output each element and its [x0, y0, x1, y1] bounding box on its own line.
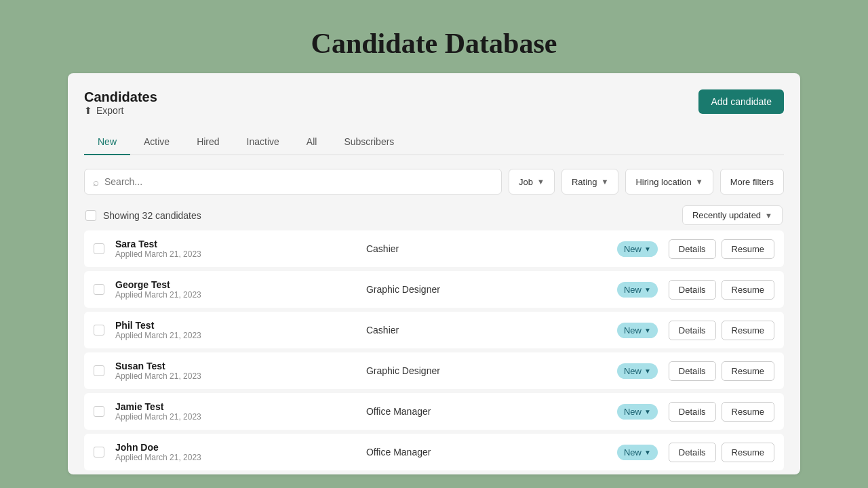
status-text-1: New: [624, 285, 642, 295]
more-filters-label: More filters: [730, 177, 774, 187]
status-chevron-icon-2: ▼: [644, 327, 651, 334]
details-button-3[interactable]: Details: [669, 361, 716, 381]
filters-row: ⌕ Job ▼ Rating ▼ Hiring location ▼ More …: [84, 169, 784, 195]
table-row: Susan Test Applied March 21, 2023 Graphi…: [84, 352, 784, 389]
search-box: ⌕: [84, 169, 502, 195]
candidate-job-2: Cashier: [366, 325, 606, 336]
rating-filter-button[interactable]: Rating ▼: [561, 169, 618, 195]
card-header: Candidates ⬆ Export Add candidate: [84, 89, 784, 127]
status-badge-3[interactable]: New ▼: [617, 363, 658, 379]
details-button-1[interactable]: Details: [669, 280, 716, 300]
status-chevron-icon-3: ▼: [644, 367, 651, 375]
status-chevron-icon-1: ▼: [644, 286, 651, 293]
hiring-location-filter-label: Hiring location: [635, 177, 691, 187]
candidate-info-2: Phil Test Applied March 21, 2023: [115, 320, 355, 340]
tab-active[interactable]: Active: [130, 129, 183, 155]
select-all-checkbox[interactable]: [85, 210, 96, 221]
candidate-date-3: Applied March 21, 2023: [115, 371, 355, 381]
resume-button-2[interactable]: Resume: [722, 321, 774, 340]
candidates-section-title: Candidates: [84, 89, 157, 105]
search-input[interactable]: [104, 176, 493, 187]
resume-button-0[interactable]: Resume: [722, 239, 774, 259]
page-title: Candidate Database: [311, 27, 557, 60]
candidate-info-0: Sara Test Applied March 21, 2023: [115, 239, 355, 259]
status-badge-0[interactable]: New ▼: [617, 241, 658, 257]
row-checkbox-1[interactable]: [94, 284, 104, 295]
action-buttons-5: Details Resume: [669, 443, 774, 462]
candidate-job-0: Cashier: [366, 243, 606, 254]
hiring-location-filter-button[interactable]: Hiring location ▼: [625, 169, 713, 195]
export-row[interactable]: ⬆ Export: [84, 105, 157, 116]
tab-all[interactable]: All: [293, 129, 331, 155]
candidate-job-4: Office Manager: [366, 406, 606, 417]
details-button-2[interactable]: Details: [669, 321, 716, 340]
table-row: Sara Test Applied March 21, 2023 Cashier…: [84, 230, 784, 267]
rating-filter-label: Rating: [572, 177, 597, 187]
hiring-location-chevron-icon: ▼: [696, 178, 703, 186]
status-chevron-icon-0: ▼: [644, 245, 651, 253]
table-row: George Test Applied March 21, 2023 Graph…: [84, 271, 784, 308]
candidate-name-5: John Doe: [115, 442, 355, 453]
status-text-4: New: [624, 407, 642, 417]
tab-hired[interactable]: Hired: [183, 129, 233, 155]
action-buttons-2: Details Resume: [669, 321, 774, 340]
candidate-name-4: Jamie Test: [115, 401, 355, 412]
action-buttons-4: Details Resume: [669, 402, 774, 422]
candidate-job-1: Graphic Designer: [366, 284, 606, 295]
add-candidate-button[interactable]: Add candidate: [698, 89, 784, 114]
candidate-job-5: Office Manager: [366, 447, 606, 458]
sort-label: Recently updated: [692, 210, 761, 220]
tabs-bar: New Active Hired Inactive All Subscriber…: [84, 129, 784, 155]
card-header-left: Candidates ⬆ Export: [84, 89, 157, 127]
candidates-list: Sara Test Applied March 21, 2023 Cashier…: [84, 230, 784, 470]
table-header-row: Showing 32 candidates Recently updated ▼: [84, 205, 784, 225]
row-checkbox-0[interactable]: [94, 243, 104, 254]
action-buttons-3: Details Resume: [669, 361, 774, 381]
table-row: Jamie Test Applied March 21, 2023 Office…: [84, 393, 784, 430]
status-badge-5[interactable]: New ▼: [617, 445, 658, 460]
showing-text-row: Showing 32 candidates: [85, 210, 201, 221]
tab-subscribers[interactable]: Subscribers: [330, 129, 408, 155]
search-icon: ⌕: [93, 176, 99, 188]
tab-inactive[interactable]: Inactive: [233, 129, 293, 155]
candidate-date-2: Applied March 21, 2023: [115, 331, 355, 340]
sort-chevron-icon: ▼: [765, 211, 772, 220]
details-button-0[interactable]: Details: [669, 239, 716, 259]
table-row: John Doe Applied March 21, 2023 Office M…: [84, 434, 784, 470]
sort-button[interactable]: Recently updated ▼: [682, 205, 783, 225]
resume-button-4[interactable]: Resume: [722, 402, 774, 422]
row-checkbox-3[interactable]: [94, 365, 104, 376]
candidate-name-1: George Test: [115, 279, 355, 290]
export-label[interactable]: Export: [96, 105, 123, 116]
details-button-5[interactable]: Details: [669, 443, 716, 462]
job-filter-chevron-icon: ▼: [537, 178, 545, 186]
resume-button-5[interactable]: Resume: [722, 443, 774, 462]
row-checkbox-4[interactable]: [94, 406, 104, 417]
status-text-0: New: [624, 244, 642, 254]
rating-filter-chevron-icon: ▼: [601, 178, 609, 186]
export-icon: ⬆: [84, 105, 92, 116]
more-filters-button[interactable]: More filters: [720, 169, 784, 195]
status-text-5: New: [624, 447, 642, 458]
candidate-name-2: Phil Test: [115, 320, 355, 331]
action-buttons-0: Details Resume: [669, 239, 774, 259]
status-badge-1[interactable]: New ▼: [617, 282, 658, 298]
resume-button-1[interactable]: Resume: [722, 280, 774, 300]
action-buttons-1: Details Resume: [669, 280, 774, 300]
candidate-info-5: John Doe Applied March 21, 2023: [115, 442, 355, 462]
row-checkbox-2[interactable]: [94, 325, 104, 336]
candidate-date-0: Applied March 21, 2023: [115, 249, 355, 259]
row-checkbox-5[interactable]: [94, 447, 104, 458]
status-badge-2[interactable]: New ▼: [617, 323, 658, 338]
candidate-info-3: Susan Test Applied March 21, 2023: [115, 361, 355, 381]
main-card: Candidates ⬆ Export Add candidate New Ac…: [68, 73, 800, 474]
status-text-2: New: [624, 325, 642, 336]
candidate-date-5: Applied March 21, 2023: [115, 453, 355, 462]
job-filter-button[interactable]: Job ▼: [509, 169, 555, 195]
resume-button-3[interactable]: Resume: [722, 361, 774, 381]
status-text-3: New: [624, 366, 642, 376]
status-badge-4[interactable]: New ▼: [617, 404, 658, 420]
candidate-info-4: Jamie Test Applied March 21, 2023: [115, 401, 355, 422]
details-button-4[interactable]: Details: [669, 402, 716, 422]
tab-new[interactable]: New: [84, 129, 130, 155]
